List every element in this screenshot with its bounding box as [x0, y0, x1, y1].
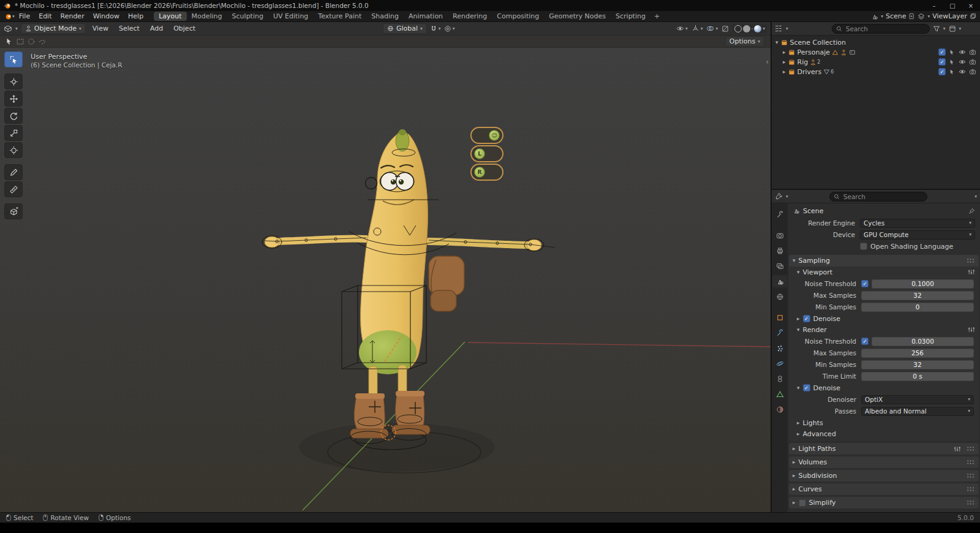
face-picker-circle[interactable]: ☺ [489, 130, 500, 141]
tab-particles[interactable] [772, 342, 787, 354]
tab-modeling[interactable]: Modeling [187, 12, 227, 21]
sampling-render-header[interactable]: ▾ Render [789, 324, 979, 335]
volumes-panel[interactable]: ▸ Volumes [789, 456, 979, 468]
tool-move[interactable] [4, 91, 23, 107]
blender-menu-icon[interactable] [4, 12, 12, 20]
select-mode-box-icon[interactable] [16, 37, 24, 46]
menu-render[interactable]: Render [56, 12, 89, 21]
left-picker-circle[interactable]: L [474, 148, 485, 159]
hide-viewport-eye-icon[interactable] [959, 58, 966, 66]
viewlayer-name[interactable]: ViewLayer [932, 12, 967, 20]
hide-viewport-eye-icon[interactable] [959, 68, 966, 75]
drag-dots-icon[interactable] [967, 459, 975, 465]
transform-orientation-selector[interactable]: Global ▾ [383, 23, 427, 34]
render-engine-select[interactable]: Cycles ▾ [860, 219, 975, 228]
drag-dots-icon[interactable] [967, 473, 975, 478]
collection-name[interactable]: Scene Collection [790, 39, 846, 47]
tab-animation[interactable]: Animation [404, 12, 448, 21]
collection-checkbox[interactable]: ✓ [938, 48, 946, 56]
maximize-button[interactable]: □ [943, 0, 962, 11]
noise-threshold-checkbox[interactable]: ✓ [861, 280, 869, 287]
sidebar-collapse-arrow[interactable]: ‹ [766, 58, 769, 66]
drag-dots-icon[interactable] [967, 486, 975, 492]
new-viewlayer-icon[interactable] [970, 13, 976, 20]
tab-view-layer[interactable] [772, 260, 787, 272]
collection-name[interactable]: Personaje [797, 48, 831, 56]
overlays-dropdown[interactable]: ▾ [706, 25, 718, 32]
selectable-icon[interactable] [949, 59, 956, 66]
tab-sculpting[interactable]: Sculpting [227, 12, 268, 21]
scene-browse-icon[interactable] [871, 13, 878, 20]
expand-icon[interactable]: ▾ [775, 40, 778, 45]
tab-compositing[interactable]: Compositing [492, 12, 544, 21]
selectable-icon[interactable] [949, 69, 956, 75]
denoiser-select[interactable]: OptiX ▾ [861, 395, 974, 404]
outliner-search-input[interactable] [845, 25, 925, 33]
tool-tweak-select[interactable] [4, 51, 23, 67]
hide-viewport-eye-icon[interactable] [959, 48, 966, 56]
close-button[interactable]: × [962, 0, 980, 11]
tab-scripting[interactable]: Scripting [611, 12, 650, 21]
tab-geometry-nodes[interactable]: Geometry Nodes [544, 12, 611, 21]
tab-layout[interactable]: Layout [154, 12, 186, 21]
tab-output[interactable] [772, 244, 787, 257]
hide-render-camera-icon[interactable] [969, 68, 976, 75]
shading-wireframe-button[interactable] [734, 25, 742, 32]
simplify-checkbox[interactable] [799, 499, 806, 507]
drag-dots-icon[interactable] [967, 258, 975, 263]
sampling-lights-header[interactable]: ▸ Lights [789, 417, 979, 428]
tool-scale[interactable] [4, 125, 23, 141]
render-denoise-checkbox[interactable]: ✓ [803, 384, 810, 391]
collection-checkbox[interactable]: ✓ [938, 68, 946, 75]
render-denoise-header[interactable]: ▾ ✓ Denoise [789, 382, 979, 393]
sampling-viewport-header[interactable]: ▾ Viewport [789, 266, 979, 278]
tab-object-data[interactable] [772, 388, 787, 400]
viewport-denoise-header[interactable]: ▸ ✓ Denoise [789, 313, 979, 324]
light-paths-panel[interactable]: ▸ Light Paths [789, 443, 979, 455]
sampling-header[interactable]: ▾ Sampling [789, 255, 979, 266]
menu-edit[interactable]: Edit [34, 12, 56, 21]
options-dropdown[interactable]: Options ▾ [725, 36, 764, 47]
viewport-menu-select[interactable]: Select [115, 24, 143, 33]
viewlayer-icon[interactable] [918, 13, 925, 20]
hide-render-camera-icon[interactable] [969, 48, 976, 56]
tab-physics[interactable] [772, 357, 787, 369]
right-picker-circle[interactable]: R [474, 167, 485, 178]
expand-icon[interactable]: ▸ [783, 59, 786, 65]
viewport-menu-object[interactable]: Object [170, 24, 199, 33]
menu-help[interactable]: Help [124, 12, 148, 21]
tab-scene[interactable] [772, 275, 787, 287]
tab-material[interactable] [772, 403, 787, 415]
selectable-icon[interactable] [949, 49, 956, 56]
outliner-row-drivers[interactable]: ▸ Drivers 6 ✓ [782, 67, 978, 77]
properties-search[interactable] [829, 192, 927, 202]
filter-icon[interactable] [933, 25, 940, 32]
drag-dots-icon[interactable] [967, 500, 975, 505]
outliner-row-rig[interactable]: ▸ Rig 2 ✓ [782, 57, 978, 67]
sampling-advanced-header[interactable]: ▸ Advanced [789, 428, 979, 439]
proportional-editing-toggle[interactable]: ▾ [444, 25, 455, 32]
add-workspace-button[interactable]: + [650, 12, 663, 20]
select-mode-tweak-icon[interactable] [5, 37, 13, 46]
pin-icon[interactable] [968, 208, 975, 214]
rig-picker-face[interactable]: ☺ [470, 127, 503, 144]
tab-tool[interactable] [772, 208, 787, 221]
noise-threshold-checkbox[interactable]: ✓ [861, 338, 869, 345]
tool-measure[interactable] [4, 181, 23, 197]
curves-panel[interactable]: ▸ Curves [789, 483, 979, 495]
menu-window[interactable]: Window [89, 12, 124, 21]
render-min-samples-field[interactable]: 32 [861, 360, 974, 369]
tool-add-primitive[interactable] [4, 203, 23, 219]
collection-name[interactable]: Drivers [797, 68, 822, 76]
tab-constraints[interactable] [772, 372, 787, 385]
tab-texture-paint[interactable]: Texture Paint [313, 12, 366, 21]
tool-transform[interactable] [4, 142, 23, 158]
viewport-menu-add[interactable]: Add [146, 24, 167, 33]
tab-shading[interactable]: Shading [366, 12, 404, 21]
device-select[interactable]: GPU Compute ▾ [860, 230, 975, 240]
gizmos-dropdown[interactable]: ▾ [692, 25, 703, 32]
tab-object[interactable] [772, 311, 787, 323]
tab-rendering[interactable]: Rendering [448, 12, 492, 21]
outliner-search[interactable] [832, 24, 930, 34]
menu-file[interactable]: File [15, 12, 34, 21]
